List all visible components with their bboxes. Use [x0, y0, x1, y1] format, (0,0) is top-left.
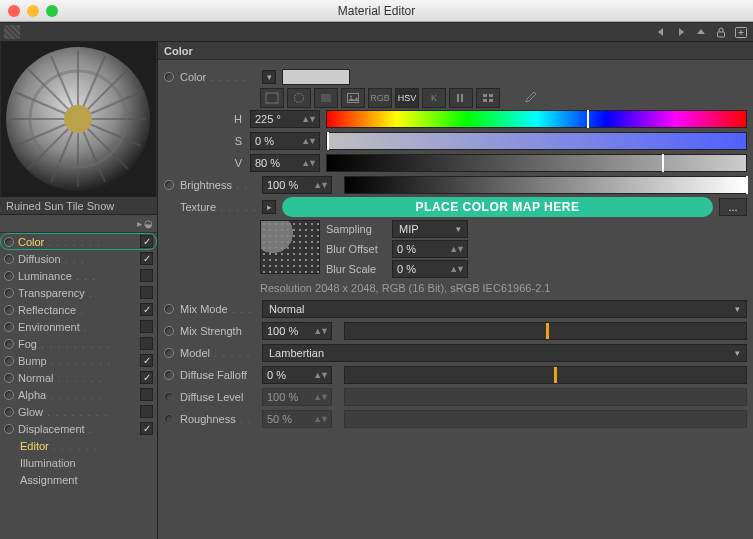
radio-icon[interactable]	[4, 424, 14, 434]
val-field[interactable]: 80 %▲▼	[250, 154, 320, 172]
radio-diffusefalloff[interactable]	[164, 370, 174, 380]
brightness-row: Brightness . . 100 %▲▼	[164, 174, 747, 196]
radio-icon[interactable]	[4, 288, 14, 298]
channel-checkbox[interactable]	[140, 303, 153, 316]
radio-color[interactable]	[164, 72, 174, 82]
tool-swatches-icon[interactable]	[314, 88, 338, 108]
channel-checkbox[interactable]	[140, 354, 153, 367]
sub-illumination[interactable]: Illumination	[0, 454, 157, 471]
radio-icon[interactable]	[4, 254, 14, 264]
channel-alpha[interactable]: Alpha . . . . . . .	[0, 386, 157, 403]
val-slider[interactable]	[326, 154, 747, 172]
radio-icon[interactable]	[4, 322, 14, 332]
channel-checkbox[interactable]	[140, 252, 153, 265]
radio-icon[interactable]	[4, 356, 14, 366]
sidebar-right-icon[interactable]: ▸	[137, 218, 142, 229]
blurscale-field[interactable]: 0 %▲▼	[392, 260, 468, 278]
radio-icon[interactable]	[4, 373, 14, 383]
hue-slider[interactable]	[326, 110, 747, 128]
channel-checkbox[interactable]	[140, 371, 153, 384]
channel-displacement[interactable]: Displacement .	[0, 420, 157, 437]
radio-icon[interactable]	[4, 390, 14, 400]
tool-rgb[interactable]: RGB	[368, 88, 392, 108]
radio-mixstrength[interactable]	[164, 326, 174, 336]
channel-checkbox[interactable]	[140, 388, 153, 401]
sampling-dropdown[interactable]: MIP▾	[392, 220, 468, 238]
hue-field[interactable]: 225 °▲▼	[250, 110, 320, 128]
texture-map-button[interactable]: PLACE COLOR MAP HERE	[282, 197, 713, 217]
channel-normal[interactable]: Normal . . . . . .	[0, 369, 157, 386]
radio-diffuselevel	[164, 392, 174, 402]
color-expand-icon[interactable]: ▾	[262, 70, 276, 84]
sub-assignment[interactable]: Assignment	[0, 471, 157, 488]
channel-fog[interactable]: Fog . . . . . . . . .	[0, 335, 157, 352]
channel-checkbox[interactable]	[140, 422, 153, 435]
color-label: Color . . . . .	[180, 71, 256, 83]
channel-environment[interactable]: Environment .	[0, 318, 157, 335]
new-tab-icon[interactable]	[733, 25, 749, 39]
channel-diffusion[interactable]: Diffusion . . .	[0, 250, 157, 267]
material-name[interactable]: Ruined Sun Tile Snow	[0, 197, 157, 215]
channel-checkbox[interactable]	[140, 405, 153, 418]
tool-picture-icon[interactable]	[341, 88, 365, 108]
channel-glow[interactable]: Glow . . . . . . . .	[0, 403, 157, 420]
lock-icon[interactable]	[713, 25, 729, 39]
radio-icon[interactable]	[4, 339, 14, 349]
channel-luminance[interactable]: Luminance . . .	[0, 267, 157, 284]
nav-up-icon[interactable]	[693, 25, 709, 39]
texture-preview[interactable]	[260, 220, 320, 274]
sub-label: Illumination	[20, 457, 76, 469]
tool-k[interactable]: K	[422, 88, 446, 108]
nav-right-icon[interactable]	[673, 25, 689, 39]
sub-editor[interactable]: Editor . . . . . .	[0, 437, 157, 454]
radio-icon[interactable]	[4, 237, 14, 247]
tool-eyedropper-icon[interactable]	[518, 88, 542, 108]
radio-icon[interactable]	[4, 305, 14, 315]
channel-reflectance[interactable]: Reflectance .	[0, 301, 157, 318]
channel-checkbox[interactable]	[140, 269, 153, 282]
channel-checkbox[interactable]	[140, 235, 153, 248]
radio-icon[interactable]	[4, 407, 14, 417]
sat-field[interactable]: 0 %▲▼	[250, 132, 320, 150]
mixmode-dropdown[interactable]: Normal▾	[262, 300, 747, 318]
svg-rect-0	[718, 32, 725, 37]
channel-label: Reflectance .	[18, 304, 136, 316]
sidebar-target-icon[interactable]: ◒	[144, 218, 153, 229]
diffusefalloff-slider[interactable]	[344, 366, 747, 384]
tool-grid-icon[interactable]	[476, 88, 500, 108]
val-label: V	[164, 157, 250, 169]
radio-brightness[interactable]	[164, 180, 174, 190]
sidebar: Ruined Sun Tile Snow ▸ ◒ Color . . . . .…	[0, 42, 158, 539]
channel-checkbox[interactable]	[140, 337, 153, 350]
tool-wheel-icon[interactable]	[287, 88, 311, 108]
radio-mixmode[interactable]	[164, 304, 174, 314]
channel-checkbox[interactable]	[140, 286, 153, 299]
tool-spectrum-icon[interactable]	[260, 88, 284, 108]
channel-checkbox[interactable]	[140, 320, 153, 333]
close-button[interactable]	[8, 5, 20, 17]
radio-icon[interactable]	[4, 271, 14, 281]
texture-browse-button[interactable]: ...	[719, 198, 747, 216]
brightness-field[interactable]: 100 %▲▼	[262, 176, 332, 194]
brightness-slider[interactable]	[344, 176, 747, 194]
diffusefalloff-field[interactable]: 0 %▲▼	[262, 366, 332, 384]
radio-model[interactable]	[164, 348, 174, 358]
nav-left-icon[interactable]	[653, 25, 669, 39]
bluroffset-field[interactable]: 0 %▲▼	[392, 240, 468, 258]
channel-color[interactable]: Color . . . . . . .	[0, 233, 157, 250]
channel-bump[interactable]: Bump . . . . . . . .	[0, 352, 157, 369]
texture-expand-icon[interactable]: ▸	[262, 200, 276, 214]
svg-rect-16	[321, 94, 331, 102]
model-dropdown[interactable]: Lambertian▾	[262, 344, 747, 362]
material-preview[interactable]	[0, 42, 157, 197]
mixstrength-field[interactable]: 100 %▲▼	[262, 322, 332, 340]
zoom-button[interactable]	[46, 5, 58, 17]
tool-mixer-icon[interactable]	[449, 88, 473, 108]
color-swatch[interactable]	[282, 69, 350, 85]
sat-slider[interactable]	[326, 132, 747, 150]
mixstrength-slider[interactable]	[344, 322, 747, 340]
tool-hsv[interactable]: HSV	[395, 88, 419, 108]
channel-transparency[interactable]: Transparency .	[0, 284, 157, 301]
channel-label: Bump . . . . . . . .	[18, 355, 136, 367]
minimize-button[interactable]	[27, 5, 39, 17]
